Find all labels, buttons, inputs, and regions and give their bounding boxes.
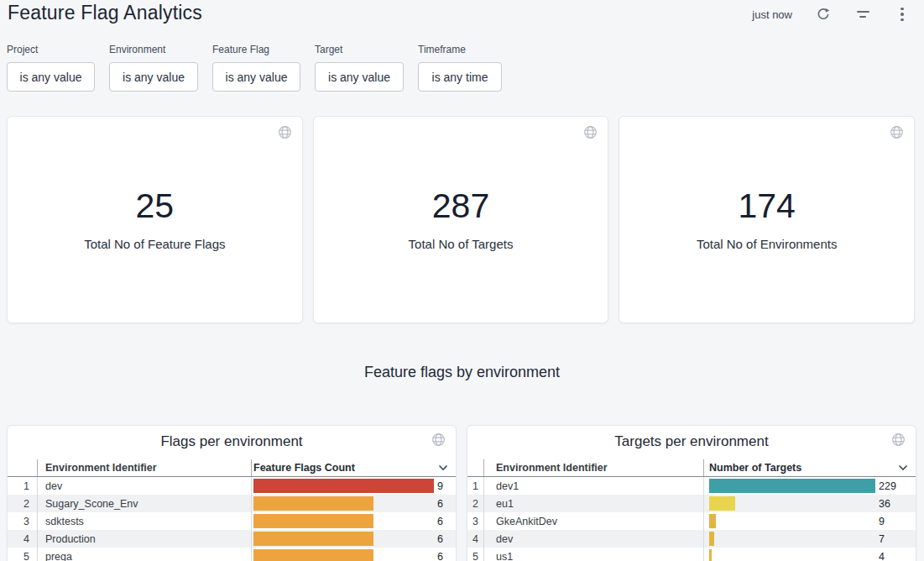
globe-icon[interactable]: [583, 125, 598, 143]
column-header-count[interactable]: Number of Targets: [704, 459, 916, 476]
globe-icon[interactable]: [278, 125, 292, 143]
filter-feature-flag-label: Feature Flag: [212, 44, 300, 55]
filter-project: Project is any value: [7, 44, 95, 92]
table-row: 5 us1 4: [467, 548, 916, 561]
filter-icon[interactable]: [854, 6, 871, 23]
filter-feature-flag: Feature Flag is any value: [212, 44, 300, 92]
bar: [709, 514, 716, 528]
column-header-environment[interactable]: Environment Identifier: [38, 459, 252, 476]
filter-target-button[interactable]: is any value: [315, 62, 404, 92]
filter-bar: Project is any value Environment is any …: [7, 44, 502, 92]
more-vert-icon[interactable]: [894, 6, 911, 23]
filter-environment: Environment is any value: [109, 44, 198, 92]
table-row: 4 dev 7: [467, 530, 916, 548]
filter-environment-label: Environment: [109, 44, 198, 55]
page-title: Feature Flag Analytics: [8, 2, 202, 24]
table-body: 1 dev1 229 2 eu1 36 3 GkeAnkitDev 9 4 de…: [467, 477, 916, 561]
table-card-flags-per-environment: Flags per environment Environment Identi…: [7, 425, 457, 561]
section-title: Feature flags by environment: [0, 364, 924, 381]
filter-target-label: Target: [315, 44, 404, 55]
table-row: 2 Sugary_Scone_Env 6: [8, 495, 456, 512]
table-title: Targets per environment: [467, 433, 916, 450]
refresh-icon[interactable]: [815, 6, 832, 23]
stat-card-feature-flags: 25 Total No of Feature Flags: [7, 116, 303, 323]
top-bar: Feature Flag Analytics just now: [0, 0, 924, 34]
table-body: 1 dev 9 2 Sugary_Scone_Env 6 3 sdktests …: [8, 477, 456, 561]
stat-card-environments: 174 Total No of Environments: [619, 116, 915, 323]
globe-icon[interactable]: [891, 433, 906, 450]
filter-environment-button[interactable]: is any value: [109, 62, 198, 92]
table-header-row: Environment Identifier Number of Targets: [467, 459, 916, 477]
bar: [253, 532, 373, 546]
bar: [709, 532, 714, 546]
table-header-row: Environment Identifier Feature Flags Cou…: [8, 459, 456, 477]
filter-feature-flag-button[interactable]: is any value: [212, 62, 300, 92]
table-row: 1 dev1 229: [467, 477, 916, 495]
globe-icon[interactable]: [890, 125, 904, 143]
stat-label: Total No of Environments: [697, 237, 838, 251]
stat-card-targets: 287 Total No of Targets: [313, 116, 609, 323]
chevron-down-icon[interactable]: [898, 462, 908, 474]
column-header-count[interactable]: Feature Flags Count: [252, 459, 456, 476]
filter-timeframe: Timeframe is any time: [418, 44, 502, 92]
topbar-actions: just now: [752, 4, 911, 24]
bar: [253, 496, 373, 511]
table-head: Flags per environment: [8, 426, 456, 459]
row-number-header: [467, 459, 484, 476]
stat-value: 287: [432, 189, 489, 223]
row-number-header: [8, 459, 38, 476]
stat-label: Total No of Targets: [409, 237, 514, 251]
bar: [253, 514, 373, 528]
bar: [709, 549, 712, 561]
stat-value: 174: [738, 189, 795, 223]
stat-value: 25: [136, 189, 175, 223]
chevron-down-icon[interactable]: [438, 462, 448, 474]
stat-label: Total No of Feature Flags: [84, 237, 225, 251]
column-header-environment[interactable]: Environment Identifier: [484, 459, 704, 476]
table-title: Flags per environment: [8, 433, 456, 450]
bar: [709, 479, 875, 493]
bar: [709, 496, 735, 511]
bar: [253, 479, 434, 493]
table-card-targets-per-environment: Targets per environment Environment Iden…: [467, 425, 916, 561]
table-row: 4 Production 6: [8, 530, 456, 548]
filter-timeframe-button[interactable]: is any time: [418, 62, 502, 92]
table-row: 1 dev 9: [8, 477, 456, 495]
filter-project-button[interactable]: is any value: [7, 62, 95, 92]
table-row: 3 GkeAnkitDev 9: [467, 512, 916, 530]
globe-icon[interactable]: [431, 433, 446, 450]
filter-timeframe-label: Timeframe: [418, 44, 502, 55]
stat-cards-row: 25 Total No of Feature Flags 287 Total N…: [7, 116, 915, 323]
table-row: 3 sdktests 6: [8, 512, 456, 530]
last-refresh-time: just now: [752, 8, 792, 21]
filter-target: Target is any value: [315, 44, 404, 92]
table-row: 5 prega 6: [8, 548, 456, 561]
filter-project-label: Project: [7, 44, 95, 55]
table-head: Targets per environment: [467, 426, 916, 459]
table-row: 2 eu1 36: [467, 495, 916, 512]
bar: [253, 549, 373, 561]
